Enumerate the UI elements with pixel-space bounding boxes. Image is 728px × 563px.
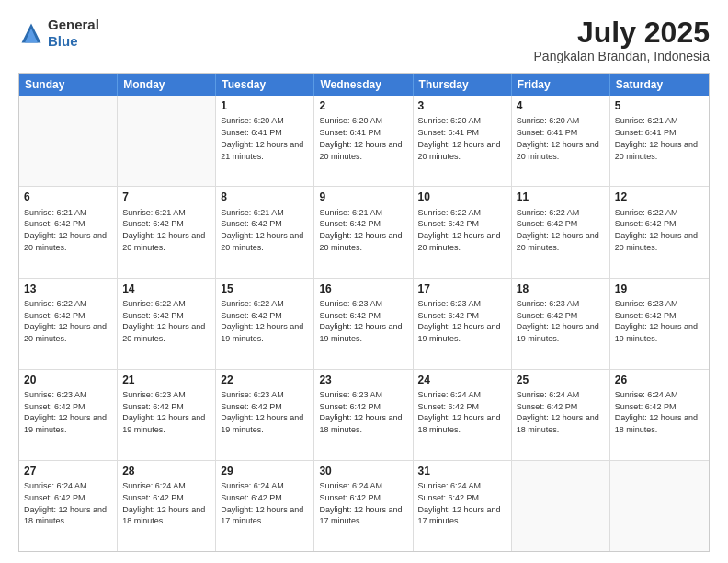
day-info: Sunrise: 6:20 AM Sunset: 6:41 PM Dayligh… [517,116,599,160]
day-number: 2 [319,98,407,113]
calendar-cell: 12Sunrise: 6:22 AM Sunset: 6:42 PM Dayli… [610,187,709,277]
day-number: 16 [319,282,407,296]
calendar-cell: 24Sunrise: 6:24 AM Sunset: 6:42 PM Dayli… [414,370,512,460]
day-number: 23 [319,373,407,387]
day-number: 31 [418,464,506,478]
day-info: Sunrise: 6:22 AM Sunset: 6:42 PM Dayligh… [221,299,303,343]
calendar-week-4: 20Sunrise: 6:23 AM Sunset: 6:42 PM Dayli… [19,370,709,461]
day-number: 26 [615,373,704,387]
day-number: 29 [221,464,309,478]
day-number: 5 [615,98,704,113]
day-number: 17 [418,282,506,296]
header-day-friday: Friday [512,74,610,96]
header-day-tuesday: Tuesday [216,74,314,96]
day-number: 6 [24,190,112,204]
day-info: Sunrise: 6:20 AM Sunset: 6:41 PM Dayligh… [221,116,303,160]
header-day-thursday: Thursday [414,74,512,96]
day-info: Sunrise: 6:23 AM Sunset: 6:42 PM Dayligh… [418,299,501,343]
day-number: 11 [517,190,605,204]
calendar-cell: 15Sunrise: 6:22 AM Sunset: 6:42 PM Dayli… [216,279,314,369]
day-info: Sunrise: 6:22 AM Sunset: 6:42 PM Dayligh… [122,299,205,343]
day-info: Sunrise: 6:23 AM Sunset: 6:42 PM Dayligh… [615,299,698,343]
calendar-cell: 27Sunrise: 6:24 AM Sunset: 6:42 PM Dayli… [19,461,118,551]
day-info: Sunrise: 6:23 AM Sunset: 6:42 PM Dayligh… [122,390,205,434]
day-number: 15 [221,282,309,296]
day-number: 28 [122,464,210,478]
calendar-cell: 5Sunrise: 6:21 AM Sunset: 6:41 PM Daylig… [610,96,709,186]
calendar-cell: 22Sunrise: 6:23 AM Sunset: 6:42 PM Dayli… [216,370,314,460]
calendar-cell: 11Sunrise: 6:22 AM Sunset: 6:42 PM Dayli… [512,187,610,277]
calendar-week-3: 13Sunrise: 6:22 AM Sunset: 6:42 PM Dayli… [19,279,709,370]
day-info: Sunrise: 6:24 AM Sunset: 6:42 PM Dayligh… [319,481,402,525]
day-number: 30 [319,464,407,478]
calendar-cell: 2Sunrise: 6:20 AM Sunset: 6:41 PM Daylig… [314,96,413,186]
day-info: Sunrise: 6:24 AM Sunset: 6:42 PM Dayligh… [221,481,303,525]
calendar-cell: 13Sunrise: 6:22 AM Sunset: 6:42 PM Dayli… [19,279,118,369]
calendar-cell: 18Sunrise: 6:23 AM Sunset: 6:42 PM Dayli… [512,279,610,369]
header: General Blue July 2025 Pangkalan Brandan… [18,17,710,63]
day-info: Sunrise: 6:23 AM Sunset: 6:42 PM Dayligh… [319,299,402,343]
title-block: July 2025 Pangkalan Brandan, Indonesia [534,17,710,63]
logo-text: General Blue [48,17,99,50]
day-number: 4 [517,98,605,113]
day-number: 13 [24,282,112,296]
calendar-cell: 21Sunrise: 6:23 AM Sunset: 6:42 PM Dayli… [118,370,216,460]
calendar-cell: 7Sunrise: 6:21 AM Sunset: 6:42 PM Daylig… [118,187,216,277]
calendar-cell [19,96,118,186]
day-info: Sunrise: 6:21 AM Sunset: 6:42 PM Dayligh… [122,208,205,252]
page: General Blue July 2025 Pangkalan Brandan… [0,0,728,563]
calendar-cell [610,461,709,551]
day-info: Sunrise: 6:24 AM Sunset: 6:42 PM Dayligh… [418,390,501,434]
day-number: 24 [418,373,506,387]
logo-icon [18,20,44,46]
logo: General Blue [18,17,99,50]
calendar-cell: 16Sunrise: 6:23 AM Sunset: 6:42 PM Dayli… [314,279,413,369]
day-info: Sunrise: 6:24 AM Sunset: 6:42 PM Dayligh… [24,481,107,525]
logo-general: General [48,17,99,32]
calendar-week-1: 1Sunrise: 6:20 AM Sunset: 6:41 PM Daylig… [19,96,709,187]
day-number: 1 [221,98,309,113]
calendar-cell: 20Sunrise: 6:23 AM Sunset: 6:42 PM Dayli… [19,370,118,460]
day-info: Sunrise: 6:24 AM Sunset: 6:42 PM Dayligh… [517,390,599,434]
calendar-cell: 6Sunrise: 6:21 AM Sunset: 6:42 PM Daylig… [19,187,118,277]
day-number: 27 [24,464,112,478]
calendar-cell: 25Sunrise: 6:24 AM Sunset: 6:42 PM Dayli… [512,370,610,460]
day-info: Sunrise: 6:22 AM Sunset: 6:42 PM Dayligh… [418,208,501,252]
calendar-cell: 26Sunrise: 6:24 AM Sunset: 6:42 PM Dayli… [610,370,709,460]
day-info: Sunrise: 6:20 AM Sunset: 6:41 PM Dayligh… [319,116,402,160]
day-info: Sunrise: 6:21 AM Sunset: 6:42 PM Dayligh… [24,208,107,252]
calendar-cell: 3Sunrise: 6:20 AM Sunset: 6:41 PM Daylig… [414,96,512,186]
calendar-cell: 8Sunrise: 6:21 AM Sunset: 6:42 PM Daylig… [216,187,314,277]
day-info: Sunrise: 6:24 AM Sunset: 6:42 PM Dayligh… [418,481,501,525]
calendar-cell: 30Sunrise: 6:24 AM Sunset: 6:42 PM Dayli… [314,461,413,551]
day-info: Sunrise: 6:23 AM Sunset: 6:42 PM Dayligh… [221,390,303,434]
calendar-week-2: 6Sunrise: 6:21 AM Sunset: 6:42 PM Daylig… [19,187,709,278]
day-number: 25 [517,373,605,387]
calendar-cell: 14Sunrise: 6:22 AM Sunset: 6:42 PM Dayli… [118,279,216,369]
calendar-cell: 23Sunrise: 6:23 AM Sunset: 6:42 PM Dayli… [314,370,413,460]
day-info: Sunrise: 6:22 AM Sunset: 6:42 PM Dayligh… [615,208,698,252]
header-day-sunday: Sunday [19,74,118,96]
day-info: Sunrise: 6:23 AM Sunset: 6:42 PM Dayligh… [24,390,107,434]
calendar-cell: 29Sunrise: 6:24 AM Sunset: 6:42 PM Dayli… [216,461,314,551]
day-number: 7 [122,190,210,204]
day-number: 9 [319,190,407,204]
day-number: 21 [122,373,210,387]
day-number: 22 [221,373,309,387]
day-info: Sunrise: 6:21 AM Sunset: 6:42 PM Dayligh… [319,208,402,252]
day-info: Sunrise: 6:21 AM Sunset: 6:41 PM Dayligh… [615,116,698,160]
logo-blue: Blue [48,33,78,49]
calendar-week-5: 27Sunrise: 6:24 AM Sunset: 6:42 PM Dayli… [19,461,709,551]
day-number: 3 [418,98,506,113]
calendar-cell [118,96,216,186]
day-number: 10 [418,190,506,204]
calendar-cell: 17Sunrise: 6:23 AM Sunset: 6:42 PM Dayli… [414,279,512,369]
calendar: SundayMondayTuesdayWednesdayThursdayFrid… [18,73,710,552]
day-info: Sunrise: 6:20 AM Sunset: 6:41 PM Dayligh… [418,116,501,160]
calendar-header: SundayMondayTuesdayWednesdayThursdayFrid… [19,74,709,96]
calendar-cell: 4Sunrise: 6:20 AM Sunset: 6:41 PM Daylig… [512,96,610,186]
main-title: July 2025 [534,17,710,49]
day-info: Sunrise: 6:23 AM Sunset: 6:42 PM Dayligh… [319,390,402,434]
day-number: 12 [615,190,704,204]
calendar-cell: 28Sunrise: 6:24 AM Sunset: 6:42 PM Dayli… [118,461,216,551]
